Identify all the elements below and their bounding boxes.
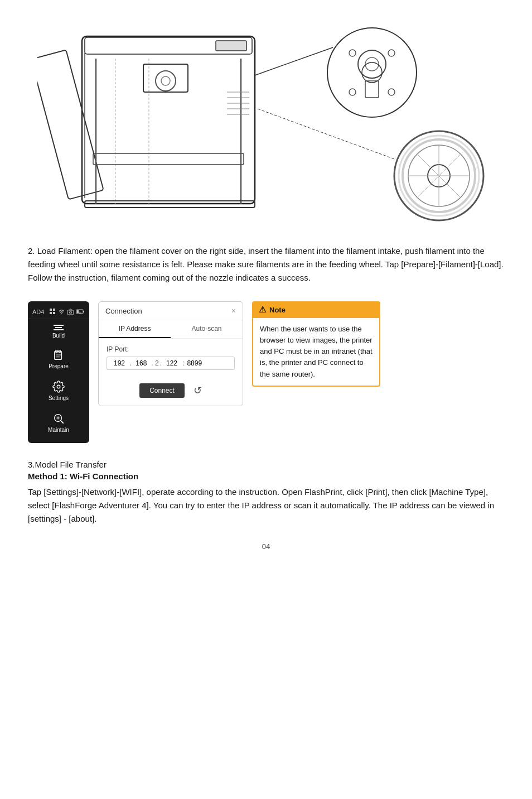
warning-triangle-icon: ⚠ — [259, 305, 266, 315]
ip-segment-2[interactable] — [132, 359, 150, 367]
sidebar-build-label: Build — [52, 333, 65, 339]
note-header: ⚠ Note — [252, 301, 380, 318]
usb-icon — [49, 308, 56, 315]
sidebar-maintain-label: Maintain — [48, 427, 69, 433]
wifi-icon — [58, 308, 65, 315]
dialog-titlebar: Connection × — [99, 302, 243, 320]
battery-icon: 20 — [76, 309, 85, 315]
svg-rect-47 — [83, 311, 84, 312]
ip-port-input[interactable] — [187, 359, 208, 367]
ip-port-label: IP Port: — [107, 345, 235, 353]
ip-segment-3[interactable] — [163, 359, 181, 367]
sidebar-item-prepare[interactable]: Prepare — [28, 344, 89, 375]
build-icon — [54, 325, 64, 330]
svg-rect-10 — [143, 64, 188, 92]
svg-point-20 — [327, 28, 417, 117]
printer-id-label: AD4 — [32, 309, 44, 315]
svg-rect-40 — [53, 309, 55, 311]
svg-rect-39 — [50, 309, 52, 311]
connection-dialog: Connection × IP Address Auto-scan IP Por… — [98, 301, 243, 406]
tab-auto-scan[interactable]: Auto-scan — [171, 320, 243, 338]
camera-icon — [67, 308, 74, 315]
page-number: 04 — [28, 542, 504, 551]
refresh-icon[interactable]: ↺ — [194, 384, 202, 397]
settings-gear-icon — [52, 381, 65, 393]
dialog-close-button[interactable]: × — [231, 306, 236, 315]
printer-illustration — [28, 17, 504, 229]
instruction-text: 2. Load Filament: open the filament cove… — [28, 244, 504, 285]
dialog-tabs: IP Address Auto-scan — [99, 320, 243, 339]
svg-rect-0 — [82, 36, 255, 204]
section3-title: 3.Model File Transfer — [28, 460, 504, 469]
prepare-icon — [53, 350, 64, 361]
note-body-text: When the user wants to use the browser t… — [252, 318, 380, 387]
note-box: ⚠ Note When the user wants to use the br… — [252, 301, 380, 387]
svg-rect-4 — [216, 41, 246, 51]
ip-segment-1[interactable] — [110, 359, 128, 367]
svg-text:20: 20 — [79, 311, 82, 314]
section3-body-text: Tap [Settings]-[Network]-[WIFI], operate… — [28, 485, 504, 526]
svg-point-44 — [70, 311, 72, 314]
svg-rect-42 — [53, 312, 55, 314]
svg-line-19 — [255, 47, 333, 75]
dialog-footer: Connect ↺ — [99, 377, 243, 406]
ip-dot-1: . — [129, 359, 131, 367]
sidebar-item-maintain[interactable]: Maintain — [28, 407, 89, 439]
ip-input-row: . . 2 . : — [107, 357, 235, 370]
sidebar-status-icons: 20 — [49, 308, 85, 315]
svg-line-55 — [61, 421, 63, 423]
dialog-body: IP Port: . . 2 . : — [99, 339, 243, 377]
maintain-icon — [52, 412, 65, 425]
ip-dot-2: . 2 — [151, 359, 158, 367]
svg-rect-43 — [67, 310, 74, 315]
ui-panel-section: AD4 — [28, 301, 504, 443]
dialog-title: Connection — [105, 307, 142, 315]
svg-rect-1 — [37, 50, 104, 199]
ip-dot-3: . — [160, 359, 162, 367]
tab-ip-address[interactable]: IP Address — [99, 320, 171, 338]
svg-point-11 — [156, 71, 176, 91]
connect-button[interactable]: Connect — [139, 383, 185, 398]
sidebar-settings-label: Settings — [49, 395, 69, 401]
section3-method-title: Method 1: Wi-Fi Connection — [28, 471, 504, 481]
svg-rect-41 — [50, 312, 52, 314]
printer-sidebar: AD4 — [28, 301, 89, 443]
svg-rect-49 — [55, 352, 62, 360]
svg-point-12 — [161, 76, 170, 85]
sidebar-item-settings[interactable]: Settings — [28, 375, 89, 407]
sidebar-prepare-label: Prepare — [49, 363, 69, 369]
svg-rect-7 — [93, 153, 244, 165]
sidebar-item-build[interactable]: Build — [28, 319, 89, 344]
note-title: Note — [269, 306, 286, 314]
sidebar-header: AD4 — [28, 306, 89, 319]
ip-colon: : — [183, 359, 185, 367]
